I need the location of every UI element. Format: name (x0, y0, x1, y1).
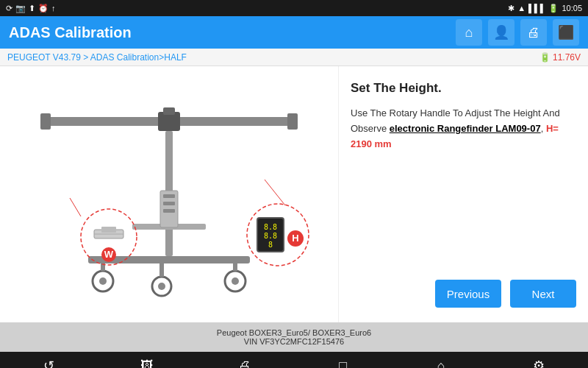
diagram-panel: W 8.8 8.8 8 H (0, 66, 338, 322)
battery-info: 🔋 11.76V (539, 52, 581, 63)
svg-rect-2 (287, 113, 298, 130)
instruction-title: Set The Height. (351, 81, 576, 96)
svg-text:8.8: 8.8 (264, 232, 277, 240)
instruction-body: Use The Rotary Handle To Adjust The Heig… (351, 106, 576, 272)
battery-icon-small: 🔋 (539, 52, 551, 63)
vehicle-vin: VIN VF3YC2MFC12F15476 (244, 337, 344, 346)
status-icon-cloud: ⬆ (29, 4, 35, 13)
print-button[interactable]: 🖨 (520, 19, 547, 46)
status-right: ✱ ▲ ▌▌▌ 🔋 10:05 (508, 4, 582, 13)
nav-bar: ↺ 🖼 🖨 □ ⌂ ⚙ (0, 352, 588, 368)
vehicle-model: Peugeot BOXER3_Euro5/ BOXER3_Euro6 (217, 328, 371, 337)
svg-line-35 (265, 180, 285, 205)
nav-back-icon[interactable]: ↺ (35, 354, 64, 368)
nav-square-icon[interactable]: □ (329, 354, 358, 368)
nav-home-icon[interactable]: ⌂ (426, 354, 456, 368)
svg-point-8 (99, 277, 107, 285)
svg-point-10 (158, 283, 165, 290)
svg-rect-4 (163, 107, 175, 115)
status-icon-clock: ⏰ (38, 4, 49, 13)
svg-rect-1 (40, 113, 51, 130)
svg-rect-20 (163, 209, 175, 213)
instruction-text-2: , (541, 123, 546, 134)
home-button[interactable]: ⌂ (456, 19, 482, 46)
app-title: ADAS Calibration (9, 24, 132, 41)
calibration-diagram: W 8.8 8.8 8 H (15, 77, 323, 312)
user-button[interactable]: 👤 (488, 19, 514, 46)
instruction-panel: Set The Height. Use The Rotary Handle To… (338, 66, 588, 322)
previous-button[interactable]: Previous (435, 280, 501, 308)
svg-text:W: W (104, 249, 114, 260)
export-button[interactable]: ⬛ (553, 19, 579, 46)
main-content: W 8.8 8.8 8 H Set The Height. Use The Ro… (0, 66, 588, 322)
battery-icon: 🔋 (548, 4, 559, 13)
svg-point-12 (232, 277, 239, 285)
nav-image-icon[interactable]: 🖼 (132, 354, 162, 368)
battery-voltage: 11.76V (553, 52, 581, 63)
footer-info: Peugeot BOXER3_Euro5/ BOXER3_Euro6 VIN V… (0, 322, 588, 352)
svg-line-27 (70, 198, 81, 216)
wifi-icon: ▲ (517, 4, 526, 13)
svg-rect-19 (163, 202, 175, 205)
status-left-icons: ⟳ 📷 ⬆ ⏰ ↑ (6, 4, 56, 13)
svg-text:8.8: 8.8 (264, 223, 277, 231)
status-icon-back: ⟳ (6, 4, 12, 13)
nav-print-icon[interactable]: 🖨 (230, 354, 259, 368)
svg-text:8: 8 (268, 241, 273, 249)
breadcrumb-text: PEUGEOT V43.79 > ADAS Calibration>HALF (7, 52, 187, 63)
status-icon-up: ↑ (51, 4, 56, 13)
status-icon-camera: 📷 (15, 4, 26, 13)
svg-rect-18 (163, 194, 175, 198)
nav-settings-icon[interactable]: ⚙ (524, 354, 553, 368)
next-button[interactable]: Next (510, 280, 576, 308)
svg-text:H: H (292, 233, 298, 244)
bluetooth-icon: ✱ (508, 4, 514, 13)
signal-icon: ▌▌▌ (528, 4, 545, 13)
rangefinder-link: electronic Rangefinder LAM09-07 (390, 123, 541, 134)
time-display: 10:05 (562, 4, 582, 13)
header-icon-group: ⌂ 👤 🖨 ⬛ (456, 19, 579, 46)
breadcrumb: PEUGEOT V43.79 > ADAS Calibration>HALF 🔋… (0, 49, 588, 66)
header: ADAS Calibration ⌂ 👤 🖨 ⬛ (0, 16, 588, 49)
button-row: Previous Next (351, 272, 576, 308)
svg-rect-24 (101, 227, 116, 233)
status-bar: ⟳ 📷 ⬆ ⏰ ↑ ✱ ▲ ▌▌▌ 🔋 10:05 (0, 0, 588, 16)
